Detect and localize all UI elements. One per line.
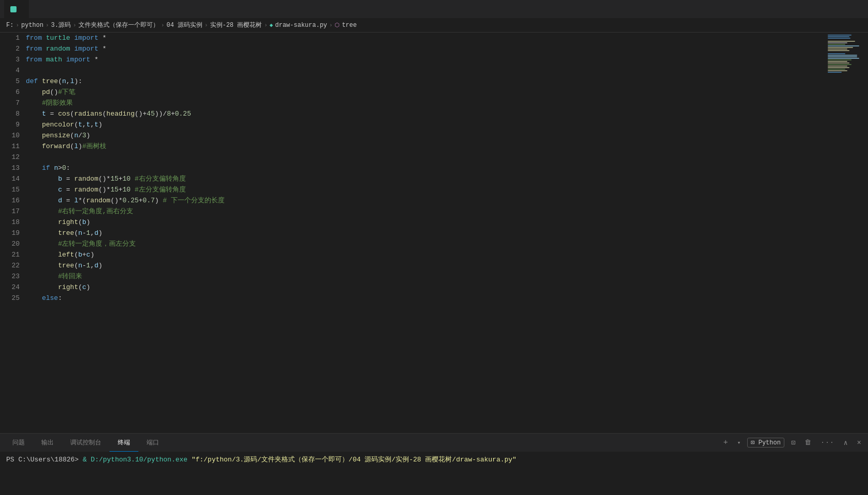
editor-tab[interactable]: [4, 0, 29, 18]
code-line: 9 pencolor(t,t,t): [0, 119, 827, 130]
code-line: 13 if n>0:: [0, 163, 827, 173]
panel-tab-ports[interactable]: 端口: [138, 434, 167, 452]
panel-tab-output[interactable]: 输出: [33, 434, 62, 452]
line-number: 22: [0, 262, 26, 269]
breadcrumb-source[interactable]: 3.源码: [51, 21, 71, 29]
line-content: if n>0:: [26, 163, 827, 173]
line-content: #阴影效果: [26, 98, 827, 108]
panel-tab-actions: + ▾ ⊡ Python ⊡ 🗑 ··· ∧ ×: [721, 437, 864, 448]
line-content: #右转一定角度,画右分支: [26, 206, 827, 217]
line-content: tree(n-1,d): [26, 260, 827, 271]
breadcrumb-file-icon: ◆: [270, 22, 273, 28]
code-lines: 1from turtle import *2from random import…: [0, 33, 827, 433]
terminal-line: PS C:\Users\18826> & D:/python3.10/pytho…: [6, 455, 862, 464]
terminal-path: "f:/python/3.源码/文件夹格式（保存一个即可）/04 源码实例/实例…: [192, 456, 516, 464]
line-number: 17: [0, 207, 26, 215]
line-number: 21: [0, 251, 26, 259]
code-line: 25 else:: [0, 293, 827, 304]
code-line: 19 tree(n-1,d): [0, 228, 827, 238]
code-line: 2from random import *: [0, 43, 827, 54]
code-line: 17 #右转一定角度,画右分支: [0, 206, 827, 217]
minimap: [827, 33, 868, 433]
breadcrumb-28[interactable]: 实例-28 画樱花树: [210, 21, 262, 29]
breadcrumb-folder[interactable]: 文件夹格式（保存一个即可）: [78, 21, 159, 29]
code-line: 10 pensize(n/3): [0, 130, 827, 141]
line-content: tree(n-1,d): [26, 228, 827, 238]
code-line: 23 #转回来: [0, 271, 827, 282]
line-content: #左转一定角度，画左分支: [26, 238, 827, 249]
line-number: 11: [0, 142, 26, 150]
new-terminal-button[interactable]: +: [721, 437, 731, 448]
more-actions-button[interactable]: [858, 8, 864, 10]
code-line: 3from math import *: [0, 54, 827, 65]
line-number: 8: [0, 110, 26, 118]
line-number: 14: [0, 175, 26, 183]
panel-tab-terminal[interactable]: 终端: [109, 434, 138, 452]
breadcrumb-filename[interactable]: draw-sakura.py: [275, 22, 327, 29]
editor-container: 1from turtle import *2from random import…: [0, 33, 868, 433]
terminal-dropdown-button[interactable]: ▾: [735, 438, 744, 447]
breadcrumb: F: › python › 3.源码 › 文件夹格式（保存一个即可） › 04 …: [0, 18, 868, 33]
line-content: [26, 152, 827, 163]
line-content: right(c): [26, 282, 827, 293]
split-terminal-button[interactable]: ⊡: [788, 437, 798, 448]
python-label: ⊡ Python: [747, 438, 784, 448]
panel-expand-button[interactable]: ∧: [841, 438, 850, 448]
breadcrumb-f[interactable]: F:: [6, 22, 13, 29]
line-number: 9: [0, 121, 26, 129]
panel-tab-debug[interactable]: 调试控制台: [62, 434, 109, 452]
line-number: 2: [0, 45, 26, 53]
code-line: 20 #左转一定角度，画左分支: [0, 238, 827, 249]
run-button[interactable]: [837, 8, 843, 10]
line-content: pensize(n/3): [26, 130, 827, 141]
panel-tabs: 问题 输出 调试控制台 终端 端口 + ▾ ⊡ Python ⊡ 🗑 ··· ∧…: [0, 434, 868, 452]
line-number: 25: [0, 294, 26, 302]
terminal-command: & D:/python3.10/python.exe: [83, 456, 187, 464]
terminal-content[interactable]: PS C:\Users\18826> & D:/python3.10/pytho…: [0, 452, 868, 495]
line-content: from turtle import *: [26, 33, 827, 43]
code-line: 21 left(b+c): [0, 249, 827, 260]
line-number: 4: [0, 67, 26, 74]
kill-terminal-button[interactable]: 🗑: [802, 438, 814, 448]
code-line: 7 #阴影效果: [0, 98, 827, 108]
line-content: forward(l)#画树枝: [26, 141, 827, 152]
line-number: 10: [0, 132, 26, 139]
code-line: 11 forward(l)#画树枝: [0, 141, 827, 152]
line-number: 15: [0, 186, 26, 194]
line-number: 20: [0, 240, 26, 248]
bottom-panel: 问题 输出 调试控制台 终端 端口 + ▾ ⊡ Python ⊡ 🗑 ··· ∧…: [0, 433, 868, 495]
line-content: from math import *: [26, 54, 827, 65]
line-content: def tree(n,l):: [26, 76, 827, 87]
terminal-prompt: PS C:\Users\18826>: [6, 456, 78, 464]
breadcrumb-python[interactable]: python: [21, 22, 43, 29]
split-editor-button[interactable]: [847, 8, 854, 10]
line-number: 12: [0, 153, 26, 161]
code-line: 5def tree(n,l):: [0, 76, 827, 87]
line-content: t = cos(radians(heading()+45))/8+0.25: [26, 108, 827, 119]
line-content: c = random()*15+10 #左分支偏转角度: [26, 184, 827, 195]
code-line: 6 pd()#下笔: [0, 87, 827, 98]
line-content: #转回来: [26, 271, 827, 282]
title-bar-actions: [837, 8, 864, 10]
breadcrumb-symbol-icon: ⬡: [335, 22, 340, 28]
title-bar: [0, 0, 868, 18]
line-number: 1: [0, 34, 26, 42]
line-content: pd()#下笔: [26, 87, 827, 98]
line-number: 7: [0, 99, 26, 107]
panel-tab-problems[interactable]: 问题: [4, 434, 33, 452]
python-file-icon: [10, 6, 17, 12]
line-number: 24: [0, 283, 26, 291]
code-line: 22 tree(n-1,d): [0, 260, 827, 271]
terminal-more-button[interactable]: ···: [818, 438, 837, 448]
line-content: from random import *: [26, 43, 827, 54]
panel-close-button[interactable]: ×: [855, 438, 864, 448]
line-number: 6: [0, 88, 26, 96]
breadcrumb-symbol[interactable]: tree: [342, 22, 357, 29]
code-line: 18 right(b): [0, 217, 827, 228]
line-content: else:: [26, 293, 827, 304]
code-editor[interactable]: 1from turtle import *2from random import…: [0, 33, 827, 433]
breadcrumb-04[interactable]: 04 源码实例: [166, 21, 202, 29]
code-line: 8 t = cos(radians(heading()+45))/8+0.25: [0, 108, 827, 119]
code-line: 24 right(c): [0, 282, 827, 293]
line-number: 19: [0, 229, 26, 237]
